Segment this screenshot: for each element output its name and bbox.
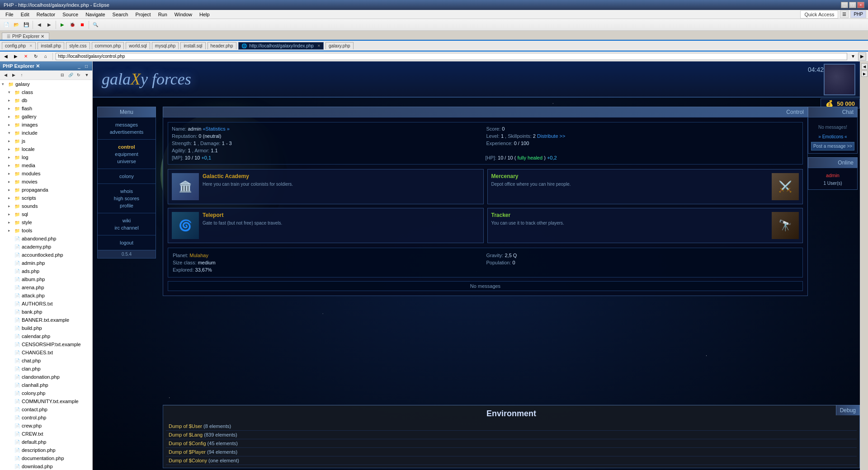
tree-folder-sounds[interactable]: ▸ 📁 sounds xyxy=(6,202,92,210)
tree-file-crew-txt[interactable]: 📄 CREW.txt xyxy=(6,430,92,438)
menu-advertisements[interactable]: advertisements xyxy=(99,128,154,136)
right-toolbar-btn-1[interactable]: ◀ xyxy=(861,63,868,70)
tree-file-ads[interactable]: 📄 ads.php xyxy=(6,267,92,275)
tab-header-php[interactable]: header.php xyxy=(208,42,236,49)
sidebar-minimize[interactable]: _ xyxy=(76,63,82,69)
tree-file-banner[interactable]: 📄 BANNER.txt.example xyxy=(6,316,92,324)
sidebar-link[interactable]: 🔗 xyxy=(67,71,74,79)
tree-file-accountlocked[interactable]: 📄 accountlocked.php xyxy=(6,251,92,259)
sidebar-up[interactable]: ↑ xyxy=(18,71,25,79)
statistics-link[interactable]: «Statistics » xyxy=(203,126,230,132)
addr-dropdown[interactable]: ▼ xyxy=(849,52,857,61)
forward-button[interactable]: ▶ xyxy=(45,20,54,29)
tree-file-community[interactable]: 📄 COMMUNITY.txt.example xyxy=(6,397,92,405)
menu-edit[interactable]: Edit xyxy=(17,11,33,18)
menu-whois[interactable]: whois xyxy=(99,188,154,195)
tree-folder-scripts[interactable]: ▸ 📁 scripts xyxy=(6,194,92,202)
debug-dump-lang[interactable]: Dump of $Lang (839 elements) xyxy=(166,431,857,439)
tab-galaxy-php[interactable]: galaxy.php xyxy=(326,42,354,49)
sidebar-forward[interactable]: ▶ xyxy=(10,71,17,79)
tree-file-arena[interactable]: 📄 arena.php xyxy=(6,283,92,291)
search-button[interactable]: 🔍 xyxy=(91,20,100,29)
tree-file-admin[interactable]: 📄 admin.php xyxy=(6,259,92,267)
tab-php-explorer[interactable]: ☰ PHP Explorer ✕ xyxy=(2,33,49,40)
tree-file-chat[interactable]: 📄 chat.php xyxy=(6,357,92,365)
tree-file-abandoned[interactable]: 📄 abandoned.php xyxy=(6,235,92,243)
debug-dump-config[interactable]: Dump of $Config (45 elements) xyxy=(166,439,857,448)
tree-file-calendar[interactable]: 📄 calendar.php xyxy=(6,332,92,340)
tree-file-attack[interactable]: 📄 attack.php xyxy=(6,291,92,300)
tree-file-academy[interactable]: 📄 academy.php xyxy=(6,243,92,251)
tree-file-bank[interactable]: 📄 bank.php xyxy=(6,308,92,316)
tree-file-documentation[interactable]: 📄 documentation.php xyxy=(6,454,92,462)
tree-file-clandonation[interactable]: 📄 clandonation.php xyxy=(6,373,92,381)
menu-source[interactable]: Source xyxy=(59,11,82,18)
sidebar-menu[interactable]: ▼ xyxy=(83,71,90,79)
tab-common-php[interactable]: common.php xyxy=(92,42,124,49)
close-button[interactable]: × xyxy=(857,2,864,8)
sidebar-back[interactable]: ◀ xyxy=(2,71,9,79)
tree-file-clanhall[interactable]: 📄 clanhall.php xyxy=(6,381,92,389)
quick-access[interactable]: Quick Access xyxy=(800,10,838,19)
distribute-link[interactable]: Distribute >> xyxy=(537,133,565,139)
menu-high-scores[interactable]: high scores xyxy=(99,195,154,202)
maximize-button[interactable]: □ xyxy=(849,2,856,8)
tab-world-sql[interactable]: world.sql xyxy=(126,42,150,49)
tab-install-sql[interactable]: install.sql xyxy=(180,42,205,49)
nav-refresh[interactable]: ↻ xyxy=(32,52,40,61)
nav-back[interactable]: ◀ xyxy=(2,52,10,61)
perspective-button[interactable]: ☰ xyxy=(840,10,849,18)
right-toolbar-btn-2[interactable]: ▶ xyxy=(861,70,868,77)
tree-file-control[interactable]: 📄 control.php xyxy=(6,414,92,422)
feature-card-academy[interactable]: 🏛️ Galactic Academy Here you can train y… xyxy=(168,169,484,204)
tree-file-crew[interactable]: 📄 crew.php xyxy=(6,422,92,430)
stop-button[interactable]: ⏹ xyxy=(78,20,87,29)
menu-navigate[interactable]: Navigate xyxy=(82,11,108,18)
tree-file-colony[interactable]: 📄 colony.php xyxy=(6,389,92,397)
tree-folder-flash[interactable]: ▸ 📁 flash xyxy=(6,104,92,113)
nav-stop[interactable]: ✕ xyxy=(22,52,30,61)
debug-dump-player[interactable]: Dump of $Player (94 elements) xyxy=(166,448,857,456)
tree-root-galaxy[interactable]: ▾ 📁 galaxy xyxy=(0,80,92,88)
nav-forward[interactable]: ▶ xyxy=(12,52,20,61)
menu-logout[interactable]: logout xyxy=(99,239,154,246)
tree-folder-class[interactable]: ▾ 📁 class xyxy=(6,88,92,96)
php-button[interactable]: PHP xyxy=(850,10,866,18)
tab-mysql-php[interactable]: mysql.php xyxy=(152,42,179,49)
tree-folder-media[interactable]: ▸ 📁 media xyxy=(6,161,92,169)
tree-folder-sql[interactable]: ▸ 📁 sql xyxy=(6,210,92,218)
tree-folder-db[interactable]: ▸ 📁 db xyxy=(6,96,92,104)
back-button[interactable]: ◀ xyxy=(35,20,44,29)
feature-card-tracker[interactable]: Tracker You can use it to track other pl… xyxy=(487,208,803,243)
post-message-button[interactable]: Post a message >> xyxy=(811,142,854,150)
tab-galaxy-index[interactable]: 🌐 http://localhost/galaxy/index.php ✕ xyxy=(238,42,324,50)
sidebar-collapse[interactable]: ⊟ xyxy=(59,71,66,79)
tab-install-php[interactable]: install.php xyxy=(38,42,64,49)
tree-file-description[interactable]: 📄 description.php xyxy=(6,446,92,454)
menu-project[interactable]: Project xyxy=(132,11,154,18)
menu-run[interactable]: Run xyxy=(155,11,171,18)
tree-file-authors[interactable]: 📄 AUTHORS.txt xyxy=(6,300,92,308)
run-button[interactable]: ▶ xyxy=(58,20,67,29)
tree-file-censorship[interactable]: 📄 CENSORSHIP.txt.example xyxy=(6,340,92,348)
tree-folder-gallery[interactable]: ▸ 📁 gallery xyxy=(6,113,92,121)
feature-card-mercenary[interactable]: Mercenary Depot office where you can hir… xyxy=(487,169,803,204)
menu-equipment[interactable]: equipment xyxy=(99,150,154,158)
tree-file-contact[interactable]: 📄 contact.php xyxy=(6,405,92,414)
tab-config-close[interactable]: ✕ xyxy=(29,44,33,48)
menu-search[interactable]: Search xyxy=(109,11,132,18)
debug-dump-user[interactable]: Dump of $User (8 elements) xyxy=(166,422,857,431)
tree-folder-tools[interactable]: ▸ 📁 tools xyxy=(6,226,92,235)
tree-file-changes[interactable]: 📄 CHANGES.txt xyxy=(6,348,92,357)
tree-folder-modules[interactable]: ▸ 📁 modules xyxy=(6,169,92,178)
menu-control[interactable]: control xyxy=(99,143,154,150)
menu-wiki[interactable]: wiki xyxy=(99,217,154,224)
menu-messages[interactable]: messages xyxy=(99,121,154,128)
debug-dump-colony[interactable]: Dump of $Colony (one element) xyxy=(166,456,857,465)
minimize-button[interactable]: _ xyxy=(841,2,848,8)
chat-emoticons[interactable]: » Emoticons « xyxy=(811,134,854,139)
new-button[interactable]: 📄 xyxy=(2,20,11,29)
menu-window[interactable]: Window xyxy=(171,11,196,18)
address-input[interactable] xyxy=(56,53,847,60)
tab-style-css[interactable]: style.css xyxy=(66,42,90,49)
